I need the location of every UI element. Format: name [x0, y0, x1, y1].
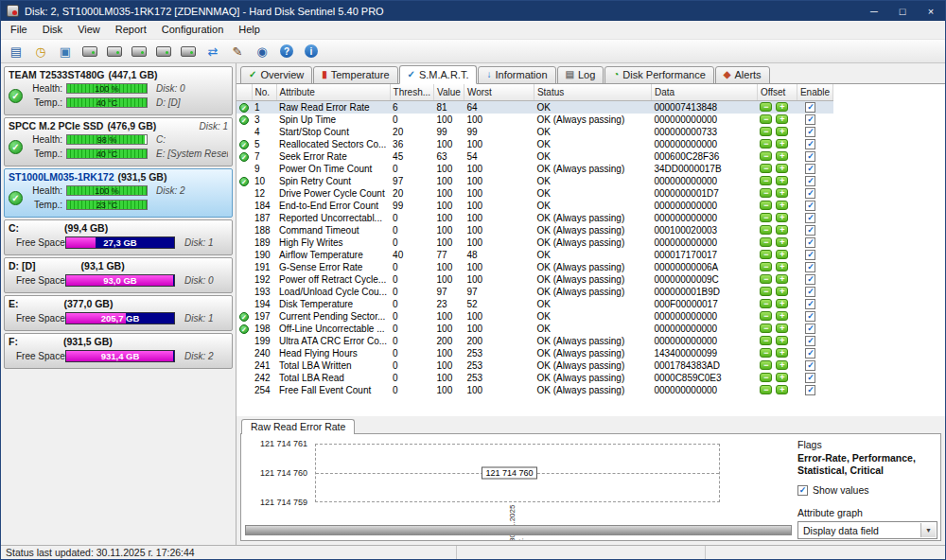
column-header-status[interactable]: Status — [534, 84, 651, 100]
offset-decrease-button[interactable]: − — [760, 139, 772, 149]
offset-decrease-button[interactable]: − — [760, 373, 772, 382]
enable-checkbox[interactable]: ✓ — [805, 274, 815, 285]
enable-checkbox[interactable]: ✓ — [805, 237, 815, 248]
help-icon[interactable]: ? — [275, 42, 298, 61]
close-button[interactable]: × — [917, 1, 945, 21]
enable-checkbox[interactable]: ✓ — [805, 225, 815, 236]
column-header-icon[interactable] — [236, 84, 252, 100]
offset-increase-button[interactable]: + — [776, 139, 788, 149]
smart-row-10[interactable]: ✓10Spin Retry Count97100100OK00000000000… — [236, 175, 833, 187]
smart-row-191[interactable]: 191G-Sense Error Rate0100100OK (Always p… — [236, 261, 833, 273]
enable-checkbox[interactable]: ✓ — [805, 102, 815, 113]
smart-row-189[interactable]: 189High Fly Writes0100100OK (Always pass… — [236, 236, 833, 249]
smart-row-194[interactable]: 194Disk Temperature02352OK000F00000017−+… — [236, 298, 833, 310]
smart-row-192[interactable]: 192Power off Retract Cycle...0100100OK (… — [236, 273, 833, 286]
offset-increase-button[interactable]: + — [776, 299, 788, 308]
smart-row-12[interactable]: 12Drive Power Cycle Count20100100OK00000… — [236, 187, 833, 200]
show-values-option[interactable]: ✓ Show values — [797, 484, 936, 496]
partition-item-c[interactable]: C:(99,4 GB)Free Space27,3 GBDisk: 1 — [4, 219, 233, 255]
offset-decrease-button[interactable]: − — [760, 201, 772, 210]
report-icon[interactable]: ▤ — [5, 42, 27, 61]
offset-increase-button[interactable]: + — [776, 274, 788, 284]
offset-decrease-button[interactable]: − — [760, 213, 772, 222]
offset-increase-button[interactable]: + — [776, 250, 788, 259]
refresh-icon[interactable]: ⇄ — [201, 42, 224, 61]
smart-row-254[interactable]: 254Free Fall Event Count0100100OK (Alway… — [236, 384, 833, 396]
offset-increase-button[interactable]: + — [776, 102, 788, 112]
offset-increase-button[interactable]: + — [776, 348, 788, 358]
offset-increase-button[interactable]: + — [776, 188, 788, 198]
tab-log[interactable]: ▤Log — [557, 66, 604, 84]
smart-row-5[interactable]: ✓5Reallocated Sectors Co...36100100OK000… — [236, 138, 833, 150]
offset-increase-button[interactable]: + — [776, 287, 788, 296]
offset-decrease-button[interactable]: − — [760, 336, 772, 345]
offset-decrease-button[interactable]: − — [760, 188, 772, 198]
tab-s-m-a-r-t[interactable]: ✓S.M.A.R.T. — [399, 65, 478, 84]
chart-tab[interactable]: Raw Read Error Rate — [241, 419, 355, 434]
enable-checkbox[interactable]: ✓ — [805, 373, 815, 383]
disk-sync-icon[interactable] — [177, 42, 200, 61]
enable-checkbox[interactable]: ✓ — [805, 348, 815, 359]
smart-row-198[interactable]: ✓198Off-Line Uncorrectable ...0100100OK0… — [236, 323, 833, 335]
offset-increase-button[interactable]: + — [776, 151, 788, 161]
offset-increase-button[interactable]: + — [776, 262, 788, 271]
offset-increase-button[interactable]: + — [776, 385, 788, 394]
enable-checkbox[interactable]: ✓ — [805, 299, 815, 309]
offset-increase-button[interactable]: + — [776, 324, 788, 333]
column-header-data[interactable]: Data — [651, 84, 757, 100]
offset-decrease-button[interactable]: − — [760, 102, 772, 112]
disk-item-0[interactable]: TEAM T2533ST480G(447,1 GB)✓Health:100 %D… — [4, 66, 233, 115]
enable-checkbox[interactable]: ✓ — [805, 201, 815, 211]
offset-decrease-button[interactable]: − — [760, 151, 772, 161]
enable-checkbox[interactable]: ✓ — [805, 311, 815, 322]
enable-checkbox[interactable]: ✓ — [805, 336, 815, 346]
tab-overview[interactable]: ✓Overview — [240, 66, 312, 84]
enable-checkbox[interactable]: ✓ — [805, 385, 815, 395]
enable-checkbox[interactable]: ✓ — [805, 287, 815, 297]
offset-decrease-button[interactable]: − — [760, 311, 772, 321]
smart-row-7[interactable]: ✓7Seek Error Rate456354OK000600C28F36−+✓ — [236, 150, 833, 163]
column-header-no[interactable]: No. — [252, 84, 276, 100]
smart-row-184[interactable]: 184End-to-End Error Count99100100OK00000… — [236, 200, 833, 212]
column-header-thresh[interactable]: Thresh... — [390, 84, 433, 100]
smart-row-199[interactable]: 199Ultra ATA CRC Error Co...0200200OK (A… — [236, 335, 833, 347]
smart-row-193[interactable]: 193Load/Unload Cycle Cou...09797OK (Alwa… — [236, 286, 833, 298]
column-header-offset[interactable]: Offset — [757, 84, 797, 100]
offset-increase-button[interactable]: + — [776, 176, 788, 185]
column-header-value[interactable]: Value — [434, 84, 464, 100]
show-values-checkbox[interactable]: ✓ — [797, 485, 808, 496]
smart-row-242[interactable]: 242Total LBA Read0100253OK (Always passi… — [236, 372, 833, 384]
offset-increase-button[interactable]: + — [776, 336, 788, 345]
tab-temperature[interactable]: ▮Temperature — [313, 66, 397, 84]
disk-usb-icon[interactable] — [152, 42, 175, 61]
offset-increase-button[interactable]: + — [776, 237, 788, 247]
offset-increase-button[interactable]: + — [776, 114, 788, 124]
disk-item-1[interactable]: SPCC M.2 PCIe SSD(476,9 GB)Disk: 1✓Healt… — [4, 117, 233, 166]
menu-disk[interactable]: Disk — [35, 22, 70, 38]
partition-item-f[interactable]: F:(931,5 GB)Free Space931,4 GBDisk: 2 — [4, 333, 233, 369]
partition-item-dd[interactable]: D: [D](93,1 GB)Free Space93,0 GBDisk: 0 — [4, 257, 233, 293]
offset-decrease-button[interactable]: − — [760, 250, 772, 259]
tab-alerts[interactable]: ◆Alerts — [715, 66, 770, 84]
enable-checkbox[interactable]: ✓ — [805, 164, 815, 174]
disk-icon-2[interactable] — [103, 42, 126, 61]
disk-icon-1[interactable] — [79, 42, 101, 61]
globe-icon[interactable]: ◉ — [251, 42, 273, 61]
tab-disk-performance[interactable]: ◔Disk Performance — [604, 66, 713, 84]
offset-increase-button[interactable]: + — [776, 201, 788, 210]
offset-decrease-button[interactable]: − — [760, 176, 772, 185]
partition-item-e[interactable]: E:(377,0 GB)Free Space205,7 GBDisk: 1 — [4, 295, 233, 331]
tab-information[interactable]: ↓Information — [478, 66, 555, 84]
offset-decrease-button[interactable]: − — [760, 299, 772, 308]
offset-decrease-button[interactable]: − — [760, 274, 772, 284]
offset-decrease-button[interactable]: − — [760, 127, 772, 136]
smart-row-190[interactable]: 190Airflow Temperature407748OK0000171700… — [236, 249, 833, 261]
enable-checkbox[interactable]: ✓ — [805, 176, 815, 186]
smart-row-1[interactable]: ✓1Raw Read Error Rate68164OK000007413848… — [236, 100, 833, 114]
column-header-enable[interactable]: Enable — [797, 84, 832, 100]
disk-icon-3[interactable] — [128, 42, 150, 61]
offset-decrease-button[interactable]: − — [760, 164, 772, 173]
menu-report[interactable]: Report — [108, 22, 154, 38]
minimize-button[interactable]: ─ — [860, 1, 888, 21]
enable-checkbox[interactable]: ✓ — [805, 360, 815, 371]
